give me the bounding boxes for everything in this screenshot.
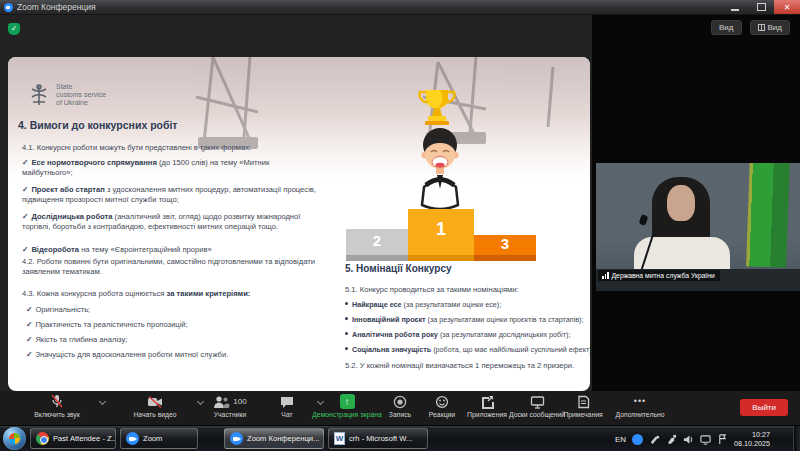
microphone-muted-icon — [50, 394, 64, 409]
more-icon: ••• — [634, 394, 646, 409]
windows-logo-icon — [8, 432, 20, 444]
notes-icon — [577, 394, 590, 409]
tray-time: 10:27 — [734, 430, 770, 439]
zoom-toolbar: Включить звук Начать видео — [0, 391, 800, 425]
taskbar-button-zoom[interactable]: Zoom — [120, 428, 198, 449]
requirement-item: ✓Дослідницька робота (аналітичний звіт, … — [22, 212, 316, 232]
language-indicator[interactable]: EN — [615, 435, 626, 444]
slide-heading-requirements: 4. Вимоги до конкурсних робіт — [18, 119, 178, 131]
more-button[interactable]: ••• Дополнительно — [600, 394, 680, 418]
view-button-secondary[interactable]: Вид — [711, 20, 741, 35]
criterion-item: ✓Оригінальність; — [26, 305, 320, 315]
start-video-button[interactable]: Начать видео — [120, 394, 190, 418]
taskbar-button-zoom-meeting[interactable]: Zoom Конференци... — [224, 428, 324, 449]
share-screen-icon: ↑ — [340, 394, 355, 409]
unmute-button[interactable]: Включить звук — [22, 394, 92, 418]
nomination-item: Аналітична робота року (за результатами … — [345, 330, 570, 339]
tray-action-center-flag-icon[interactable] — [717, 434, 728, 445]
minimize-button[interactable] — [722, 0, 748, 14]
podium-first-place: 1 — [408, 209, 474, 261]
system-tray: EN 10:27 08.10.2025 — [615, 426, 770, 451]
criterion-item: ✓Практичність та реалістичність пропозиц… — [26, 320, 320, 330]
chat-icon — [280, 394, 294, 409]
start-button[interactable] — [3, 427, 26, 450]
paragraph-5-2: 5.2. У кожній номінації визначається 1 п… — [345, 361, 585, 371]
meeting-content-area: ✓ Вид Вид — [0, 15, 800, 391]
paragraph-4-3: 4.3. Кожна конкурсна робота оцінюється з… — [22, 289, 322, 299]
criterion-item: ✓Якість та глибина аналізу; — [26, 335, 320, 345]
zoom-app-icon — [4, 3, 13, 12]
participant-video[interactable]: Державна митна служба України — [596, 163, 800, 291]
taskbar-clock[interactable]: 10:27 08.10.2025 — [734, 430, 770, 448]
requirement-item: ✓Есе нормотворчого спрямування (до 1500 … — [22, 158, 316, 178]
podium-second-place: 2 — [346, 229, 408, 261]
tray-usb-icon[interactable] — [666, 434, 677, 445]
customs-service-logo: State customs service of Ukraine — [28, 83, 106, 107]
participant-name-label: Державна митна служба України — [598, 270, 720, 281]
taskbar-button-chrome[interactable]: Past Attendee - Z... — [30, 428, 116, 449]
taskbar-button-word[interactable]: W crh - Microsoft W... — [328, 428, 428, 449]
paragraph-4-1: 4.1. Конкурсні роботи можуть бути предст… — [22, 143, 322, 153]
window-title: Zoom Конференция — [17, 2, 96, 12]
nomination-item: Інноваційний проєкт (за результатами оці… — [345, 315, 583, 324]
chrome-icon — [36, 432, 49, 445]
logo-text: State customs service of Ukraine — [56, 83, 106, 107]
nomination-item: Соціальна значущість (робота, що має най… — [345, 345, 590, 354]
show-desktop-button[interactable] — [793, 426, 800, 451]
requirement-item: ✓Проект або стартап з удосконалення митн… — [22, 185, 316, 205]
tray-device-icon[interactable] — [649, 434, 660, 445]
maximize-button[interactable] — [748, 0, 774, 14]
podium-illustration: 2 1 3 — [340, 209, 548, 261]
participants-count: 100 — [233, 397, 246, 406]
camera-off-icon — [147, 394, 163, 409]
leave-button[interactable]: Выйти — [740, 399, 788, 416]
tray-date: 08.10.2025 — [734, 439, 770, 448]
title-bar[interactable]: Zoom Конференция — [0, 0, 800, 15]
record-icon — [393, 394, 407, 409]
windows-taskbar: Past Attendee - Z... Zoom Zoom Конференц… — [0, 425, 800, 451]
zoom-meeting-window: Zoom Конференция ✓ Вид Вид — [0, 0, 800, 451]
paragraph-4-2: 4.2. Роботи повинні бути оригінальними, … — [22, 257, 322, 277]
requirement-item: ✓Відеоробота на тему «Євроінтеграційний … — [22, 245, 316, 255]
zoom-icon — [126, 432, 139, 445]
grid-view-icon — [758, 24, 765, 31]
zoom-icon — [230, 432, 243, 445]
whiteboard-icon — [530, 394, 545, 409]
green-flag — [746, 163, 790, 268]
view-label: Вид — [719, 23, 733, 32]
nomination-item: Найкраще есе (за результатами оцінки есе… — [345, 300, 501, 309]
view-label: Вид — [768, 23, 782, 32]
winner-boy-illustration — [406, 121, 474, 215]
tray-display-icon[interactable] — [700, 434, 711, 445]
word-icon: W — [334, 432, 345, 445]
criterion-item: ✓Значущість для вдосконалення роботи мит… — [26, 350, 320, 360]
participants-icon — [213, 395, 230, 409]
customs-emblem-icon — [28, 83, 50, 107]
paragraph-5-1: 5.1. Конкурс проводиться за такими номін… — [345, 285, 585, 295]
close-button[interactable] — [774, 0, 800, 14]
shared-screen-slide: State customs service of Ukraine 4. Вимо… — [8, 57, 590, 391]
tray-zoom-icon[interactable] — [632, 434, 643, 445]
slide-heading-nominations: 5. Номінації Конкурсу — [345, 263, 452, 274]
security-shield-icon[interactable]: ✓ — [8, 23, 20, 35]
podium-third-place: 3 — [474, 235, 536, 261]
participant-face — [667, 185, 695, 221]
reactions-icon — [435, 394, 449, 409]
audio-level-icon — [602, 272, 609, 279]
audio-options-caret[interactable] — [99, 398, 106, 405]
view-button[interactable]: Вид — [750, 20, 790, 35]
tray-speaker-icon[interactable] — [683, 434, 694, 445]
